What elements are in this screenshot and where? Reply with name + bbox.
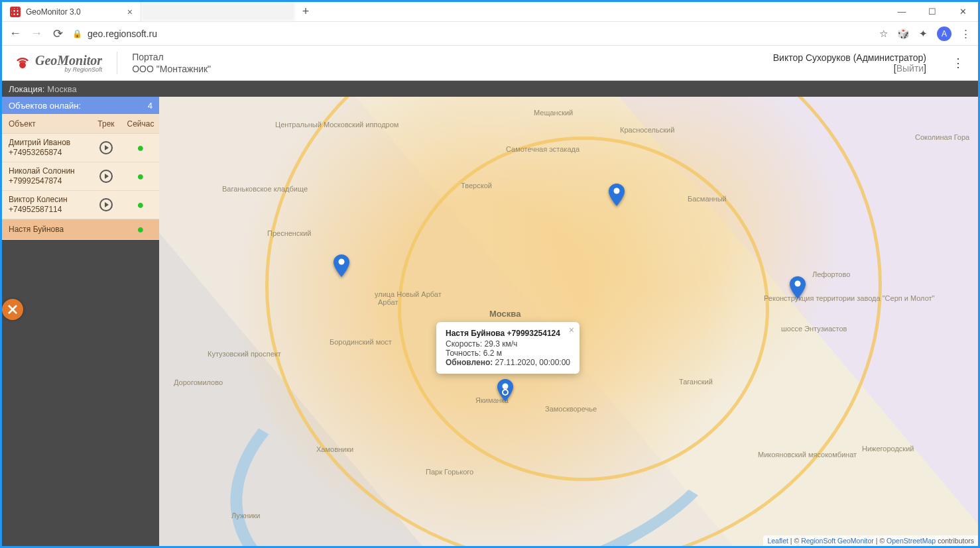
map-pin[interactable] [609,184,625,206]
map-pin-dot [502,389,509,396]
url-text: geo.regionsoft.ru [88,28,157,39]
col-track: Трек [90,119,122,129]
extension-icon[interactable]: 🎲 [897,28,909,40]
svg-point-1 [339,259,345,265]
district-label: Тверской [461,182,492,190]
browser-tab-active[interactable]: GeoMonitor 3.0 × [2,2,141,21]
map-pin[interactable] [790,276,806,299]
popup-title: Настя Буйнова +79993254124 [446,329,570,338]
attrib-contrib: contributors [938,537,974,545]
popup-updated-label: Обновлено: [446,358,493,367]
nav-reload-icon[interactable]: ⟳ [51,27,64,41]
browser-menu-icon[interactable]: ⋮ [959,28,971,40]
close-tab-icon[interactable]: × [127,7,133,17]
popup-updated-value: 27.11.2020, 00:00:00 [495,358,570,367]
geomonitor-logo-icon [14,54,31,72]
svg-point-0 [19,62,26,68]
district-label: Хамовники [316,445,353,453]
play-icon [99,141,113,154]
window-titlebar: GeoMonitor 3.0 × + — ☐ ✕ [2,2,978,22]
app-logo[interactable]: GeoMonitor by RegionSoft [14,54,102,73]
popup-accuracy-value: 6.2 м [483,349,502,358]
favicon-icon [10,7,21,17]
district-label: Арбат [378,298,398,306]
map-pin[interactable] [334,254,349,277]
logo-text: GeoMonitor [35,54,102,67]
district-label: Микояновский мясокомбинат [758,451,857,459]
objects-online-label: Объектов онлайн: [9,101,81,111]
location-bar: Локация: Москва [2,81,978,97]
nav-back-icon[interactable]: ← [9,27,22,40]
online-status-dot: ● [122,223,159,235]
district-label: Соколиная Гора [915,133,969,141]
svg-point-3 [795,281,801,287]
logo-subtext: by RegionSoft [35,67,102,73]
objects-online-count: 4 [148,101,153,111]
district-label: Лефортово [812,270,850,278]
map-canvas[interactable]: МещанскийКрасносельскийСоколиная ГораТве… [159,97,978,546]
object-row[interactable]: Николай Солонин+79992547874● [2,162,159,191]
district-label: Замоскворечье [545,405,597,413]
district-label: Парк Горького [426,468,473,476]
district-label: Самотечная эстакада [506,145,580,153]
object-row[interactable]: Дмитрий Иванов+74953265874● [2,134,159,162]
online-status-dot: ● [122,170,159,182]
popup-speed-value: 29.3 км/ч [485,339,518,349]
attrib-leaflet[interactable]: Leaflet [767,537,788,545]
online-status-dot: ● [122,142,159,154]
play-icon [99,198,113,211]
window-maximize-button[interactable]: ☐ [917,2,948,21]
district-label: Центральный Московский ипподром [275,121,398,129]
attrib-geomon[interactable]: RegionSoft GeoMonitor [801,537,874,545]
org-name: ООО "Монтажник" [132,63,211,75]
user-block: Виктор Сухоруков (Администратор) [Выйти] [773,52,926,74]
district-label: шоссе Энтузиастов [781,325,847,333]
attrib-osm[interactable]: OpenStreetMap [887,537,936,545]
district-label: Ваганьковское кладбище [222,185,308,193]
portal-info: Портал ООО "Монтажник" [132,51,211,75]
track-play-button[interactable] [90,170,122,183]
object-name: Николай Солонин+79992547874 [2,166,90,186]
track-play-button[interactable] [90,198,122,211]
district-label: Бородинский мост [330,338,392,346]
user-name: Виктор Сухоруков (Администратор) [773,52,926,63]
online-status-dot: ● [122,199,159,211]
object-name: Настя Буйнова [2,225,90,235]
object-row[interactable]: Настя Буйнова● [2,219,159,240]
map-attribution: Leaflet | © RegionSoft GeoMonitor | © Op… [763,535,978,546]
popup-speed-label: Скорость: [446,339,482,349]
object-name: Дмитрий Иванов+74953265874 [2,138,90,158]
logout-link[interactable]: Выйти [896,63,924,74]
district-label: улица Новый Арбат [375,290,442,298]
location-value[interactable]: Москва [47,84,76,94]
window-minimize-button[interactable]: — [887,2,917,21]
nav-forward-icon[interactable]: → [30,27,43,40]
browser-address-bar: ← → ⟳ 🔒 geo.regionsoft.ru ☆ 🎲 ✦ А ⋮ [2,22,978,46]
track-play-button[interactable] [90,141,122,154]
window-close-button[interactable]: ✕ [948,2,978,21]
header-separator [117,52,117,74]
star-icon[interactable]: ☆ [877,28,889,40]
map-popup: × Настя Буйнова +79993254124 Скорость: 2… [436,322,580,374]
district-label: Красносельский [620,126,674,134]
lock-icon: 🔒 [72,29,82,38]
district-label: Нижегородский [862,445,914,453]
address-field[interactable]: 🔒 geo.regionsoft.ru [72,28,869,39]
browser-tab-blurred[interactable] [141,2,294,21]
portal-label: Портал [132,51,211,63]
puzzle-icon[interactable]: ✦ [917,28,929,40]
svg-point-2 [614,188,620,194]
object-name: Виктор Колесин+74952587114 [2,195,90,215]
sidebar: Объектов онлайн: 4 Объект Трек Сейчас Дм… [2,97,159,546]
collapse-sidebar-button[interactable] [2,299,23,320]
app-menu-icon[interactable]: ⋮ [950,56,966,70]
main-area: Объектов онлайн: 4 Объект Трек Сейчас Дм… [2,97,978,546]
district-label: Басманный [688,195,727,203]
object-row[interactable]: Виктор Колесин+74952587114● [2,191,159,219]
new-tab-button[interactable]: + [294,2,318,21]
profile-avatar[interactable]: А [937,27,951,41]
app-header: GeoMonitor by RegionSoft Портал ООО "Мон… [2,46,978,81]
district-label: Мещанский [534,109,573,117]
popup-close-icon[interactable]: × [569,325,574,335]
district-label: Дорогомилово [174,378,223,386]
